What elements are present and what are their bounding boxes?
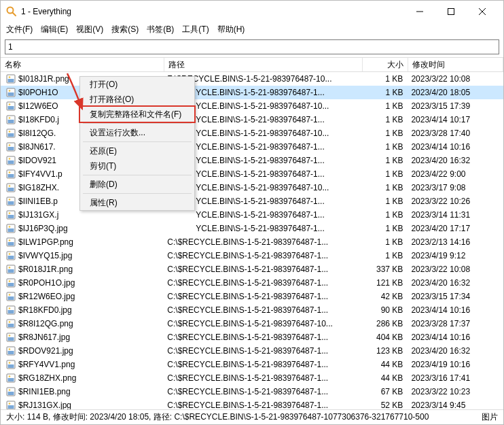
file-row[interactable]: $RINI1EB.pngC:\$RECYCLE.BIN\S-1-5-21-983… (1, 385, 503, 398)
app-window: 1 - Everything 文件(F)编辑(E)视图(V)搜索(S)书签(B)… (0, 0, 504, 425)
search-input[interactable] (5, 39, 499, 54)
file-row[interactable]: $IINI1EB.pYCLE.BIN\S-1-5-21-983976487-1.… (1, 194, 503, 208)
file-row[interactable]: $IG18ZHX.YCLE.BIN\S-1-5-21-983976487-10.… (1, 181, 503, 194)
file-size: 1 KB (363, 224, 409, 233)
context-menu-item[interactable]: 复制完整路径和文件名(F) (79, 105, 196, 123)
file-size: 1 KB (363, 210, 409, 220)
file-icon (6, 265, 16, 274)
file-path: C:\$RECYCLE.BIN\S-1-5-21-983976487-1... (164, 305, 362, 315)
svg-rect-67 (8, 351, 14, 354)
menu-item[interactable]: 工具(T) (182, 24, 209, 35)
file-row[interactable]: $IDOV921YCLE.BIN\S-1-5-21-983976487-1...… (1, 154, 503, 167)
svg-point-38 (9, 212, 11, 214)
file-name: $IDOV921 (18, 156, 56, 165)
file-row[interactable]: $IJ16P3Q.jpgYCLE.BIN\S-1-5-21-983976487-… (1, 222, 503, 235)
context-menu-item[interactable]: 设置运行次数... (80, 125, 194, 140)
svg-point-23 (9, 144, 11, 146)
file-path: C:\$RECYCLE.BIN\S-1-5-21-983976487-1... (164, 237, 362, 247)
context-menu-item[interactable]: 删除(D) (80, 177, 194, 192)
file-size: 286 KB (363, 319, 409, 328)
close-button[interactable] (467, 1, 498, 22)
file-row[interactable]: $I018J1R.pngF:\$RECYCLE.BIN\S-1-5-21-983… (1, 72, 503, 86)
svg-rect-10 (8, 92, 14, 96)
file-row[interactable]: $R18KFD0.jpgC:\$RECYCLE.BIN\S-1-5-21-983… (1, 303, 503, 317)
file-row[interactable]: $I8JN617.YCLE.BIN\S-1-5-21-983976487-1..… (1, 140, 503, 154)
col-header-name[interactable]: 名称 (1, 58, 164, 71)
svg-rect-73 (8, 378, 14, 381)
file-name: $IJ16P3Q.jpg (18, 224, 68, 233)
menu-item[interactable]: 帮助(H) (217, 24, 245, 35)
svg-rect-28 (8, 174, 14, 177)
file-date: 2023/4/20 16:32 (408, 278, 503, 288)
svg-rect-49 (8, 269, 14, 273)
file-row[interactable]: $IVWYQ15.jpgC:\$RECYCLE.BIN\S-1-5-21-983… (1, 249, 503, 262)
file-row[interactable]: $R8I12QG.pngC:\$RECYCLE.BIN\S-1-5-21-983… (1, 317, 503, 330)
file-size: 67 KB (363, 387, 409, 396)
svg-rect-52 (8, 283, 14, 286)
file-size: 1 KB (363, 88, 409, 97)
file-row[interactable]: $I0POH1OYCLE.BIN\S-1-5-21-983976487-1...… (1, 86, 503, 99)
file-size: 1 KB (363, 169, 409, 179)
file-size: 1 KB (363, 129, 409, 138)
file-icon (6, 210, 16, 220)
file-size: 1 KB (363, 115, 409, 124)
menu-item[interactable]: 文件(F) (6, 24, 33, 35)
file-row[interactable]: $ILW1PGP.pngC:\$RECYCLE.BIN\S-1-5-21-983… (1, 235, 503, 249)
file-icon (6, 183, 16, 192)
file-icon (6, 346, 16, 356)
file-row[interactable]: $RDOV921.jpgC:\$RECYCLE.BIN\S-1-5-21-983… (1, 344, 503, 358)
file-size: 1 KB (363, 197, 409, 206)
file-icon (6, 373, 16, 383)
file-row[interactable]: $RJ131GX.jpgC:\$RECYCLE.BIN\S-1-5-21-983… (1, 398, 503, 409)
file-date: 2023/3/14 9:45 (408, 401, 503, 409)
file-path: C:\$RECYCLE.BIN\S-1-5-21-983976487-1... (164, 360, 362, 369)
file-path: C:\$RECYCLE.BIN\S-1-5-21-983976487-10... (164, 319, 362, 328)
context-menu-item[interactable]: 打开路径(O) (80, 92, 194, 107)
svg-point-8 (9, 76, 11, 78)
file-icon (6, 319, 16, 328)
file-row[interactable]: $R0POH1O.jpgC:\$RECYCLE.BIN\S-1-5-21-983… (1, 276, 503, 290)
file-row[interactable]: $I18KFD0.jYCLE.BIN\S-1-5-21-983976487-1.… (1, 113, 503, 126)
svg-point-59 (9, 307, 11, 309)
menu-separator (83, 193, 192, 194)
file-path: C:\$RECYCLE.BIN\S-1-5-21-983976487-1... (164, 346, 362, 356)
file-row[interactable]: $R8JN617.jpgC:\$RECYCLE.BIN\S-1-5-21-983… (1, 330, 503, 344)
file-date: 2023/3/15 17:34 (408, 292, 503, 301)
file-size: 44 KB (363, 360, 409, 369)
file-path: C:\$RECYCLE.BIN\S-1-5-21-983976487-1... (164, 278, 362, 288)
menu-item[interactable]: 书签(B) (147, 24, 174, 35)
svg-point-53 (9, 280, 11, 282)
file-row[interactable]: $RFY4VV1.pngC:\$RECYCLE.BIN\S-1-5-21-983… (1, 358, 503, 371)
maximize-button[interactable] (435, 1, 467, 22)
file-row[interactable]: $IJ131GX.jYCLE.BIN\S-1-5-21-983976487-1.… (1, 208, 503, 222)
file-row[interactable]: $IFY4VV1.pYCLE.BIN\S-1-5-21-983976487-1.… (1, 167, 503, 181)
svg-point-26 (9, 158, 11, 160)
file-list[interactable]: 打开(O)打开路径(O)复制完整路径和文件名(F)设置运行次数...还原(E)剪… (1, 72, 503, 409)
menu-item[interactable]: 视图(V) (76, 24, 103, 35)
file-name: $R12W6EO.jpg (18, 292, 75, 301)
file-date: 2023/2/13 14:16 (408, 237, 503, 247)
status-left: 大小: 114 B, 修改时间: 2023/4/20 18:05, 路径: C:… (6, 411, 482, 423)
file-row[interactable]: $I12W6EOYCLE.BIN\S-1-5-21-983976487-10..… (1, 99, 503, 113)
menu-item[interactable]: 编辑(E) (41, 24, 68, 35)
col-header-path[interactable]: 路径 (164, 58, 362, 71)
file-row[interactable]: $RG18ZHX.pngC:\$RECYCLE.BIN\S-1-5-21-983… (1, 371, 503, 385)
file-date: 2023/3/22 10:23 (408, 387, 503, 396)
svg-rect-46 (8, 256, 14, 259)
context-menu-item[interactable]: 还原(E) (80, 143, 194, 158)
col-header-date[interactable]: 修改时间 (408, 58, 503, 71)
context-menu-item[interactable]: 属性(R) (80, 195, 194, 210)
svg-point-11 (9, 90, 11, 92)
menu-item[interactable]: 搜索(S) (111, 24, 139, 35)
context-menu-item[interactable]: 打开(O) (80, 77, 194, 92)
minimize-button[interactable] (404, 1, 435, 22)
file-row[interactable]: $R018J1R.pngC:\$RECYCLE.BIN\S-1-5-21-983… (1, 262, 503, 276)
file-name: $ILW1PGP.png (18, 237, 73, 247)
file-icon (6, 224, 16, 233)
file-row[interactable]: $R12W6EO.jpgC:\$RECYCLE.BIN\S-1-5-21-983… (1, 290, 503, 303)
col-header-size[interactable]: 大小 (363, 58, 409, 71)
file-row[interactable]: $I8I12QG.YCLE.BIN\S-1-5-21-983976487-10.… (1, 126, 503, 140)
context-menu-item[interactable]: 剪切(T) (80, 158, 194, 173)
file-name: $IG18ZHX. (18, 183, 59, 192)
file-size: 1 KB (363, 74, 409, 84)
